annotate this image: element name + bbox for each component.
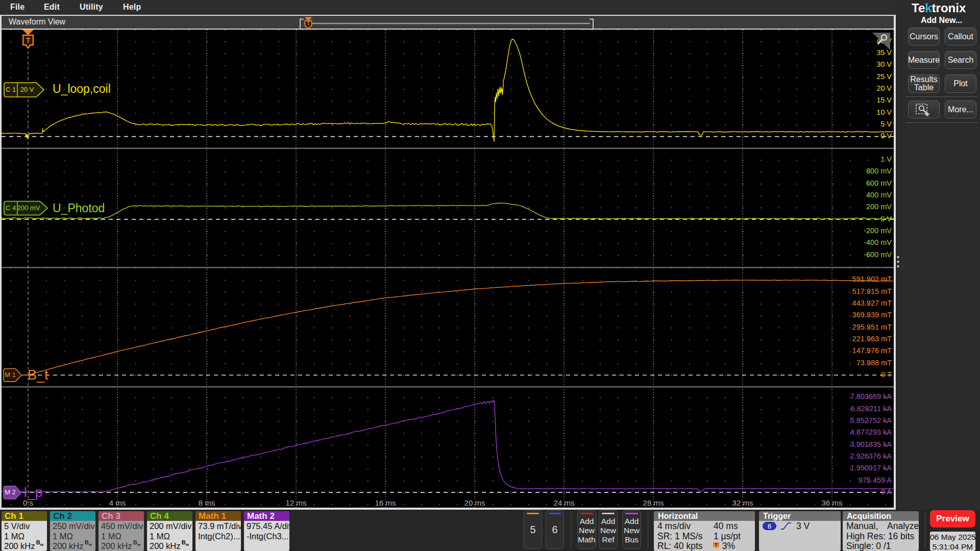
svg-text:1 V: 1 V (880, 155, 892, 163)
svg-text:-600 mV: -600 mV (864, 251, 892, 259)
svg-text:73.988 mT: 73.988 mT (856, 359, 892, 367)
svg-text:-400 mV: -400 mV (864, 238, 892, 246)
svg-text:2.926376 kA: 2.926376 kA (850, 452, 892, 460)
svg-text:0 V: 0 V (880, 132, 892, 140)
svg-text:200 mV: 200 mV (866, 203, 892, 211)
svg-text:30 V: 30 V (876, 60, 892, 68)
svg-text:800 mV: 800 mV (866, 167, 892, 175)
svg-text:591.902 mT: 591.902 mT (852, 275, 892, 283)
svg-text:975.459 A: 975.459 A (859, 476, 892, 484)
svg-text:B_t: B_t (28, 367, 48, 383)
svg-text:517.915 mT: 517.915 mT (852, 287, 892, 295)
svg-text:U_loop,coil: U_loop,coil (53, 82, 111, 95)
svg-text:20 V: 20 V (876, 84, 892, 92)
svg-text:-200 mV: -200 mV (864, 227, 892, 235)
svg-text:369.939 mT: 369.939 mT (852, 311, 892, 319)
svg-text:C 4: C 4 (6, 204, 16, 212)
svg-text:5.852752 kA: 5.852752 kA (850, 416, 892, 424)
svg-text:4.877293 kA: 4.877293 kA (850, 428, 892, 436)
svg-text:32 ms: 32 ms (732, 498, 753, 507)
svg-text:M 2: M 2 (5, 488, 16, 496)
svg-text:20 V: 20 V (20, 86, 34, 93)
svg-text:221.963 mT: 221.963 mT (852, 335, 892, 343)
svg-text:U_Photod: U_Photod (53, 202, 105, 215)
svg-text:1.950917 kA: 1.950917 kA (850, 464, 892, 472)
svg-text:5 V: 5 V (880, 120, 892, 128)
svg-text:0 T: 0 T (881, 370, 892, 379)
svg-text:10 V: 10 V (876, 108, 892, 116)
svg-text:24 ms: 24 ms (554, 498, 575, 507)
svg-text:8 ms: 8 ms (199, 498, 215, 507)
svg-text:200 mV: 200 mV (17, 204, 40, 212)
svg-text:C 1: C 1 (6, 86, 16, 93)
svg-text:35 V: 35 V (876, 48, 892, 57)
svg-text:4 ms: 4 ms (109, 498, 126, 507)
svg-text:443.927 mT: 443.927 mT (852, 299, 892, 307)
svg-text:15 V: 15 V (876, 96, 892, 104)
svg-text:400 mV: 400 mV (866, 191, 892, 199)
svg-text:M 1: M 1 (5, 371, 16, 379)
svg-text:12 ms: 12 ms (286, 498, 307, 507)
svg-text:T: T (715, 542, 718, 547)
svg-text:36 ms: 36 ms (822, 498, 843, 507)
svg-text:295.951 mT: 295.951 mT (852, 323, 892, 331)
svg-text:25 V: 25 V (876, 72, 892, 81)
svg-text:7.803669 kA: 7.803669 kA (850, 392, 892, 400)
svg-text:147.976 mT: 147.976 mT (852, 346, 892, 355)
svg-text:20 ms: 20 ms (464, 498, 485, 507)
svg-text:T: T (26, 36, 31, 44)
svg-text:600 mV: 600 mV (866, 179, 892, 187)
svg-text:3.901835 kA: 3.901835 kA (850, 440, 892, 448)
svg-text:28 ms: 28 ms (643, 498, 664, 507)
svg-text:I_p: I_p (23, 485, 43, 500)
svg-text:6.828211 kA: 6.828211 kA (851, 405, 892, 413)
svg-text:16 ms: 16 ms (375, 498, 396, 507)
